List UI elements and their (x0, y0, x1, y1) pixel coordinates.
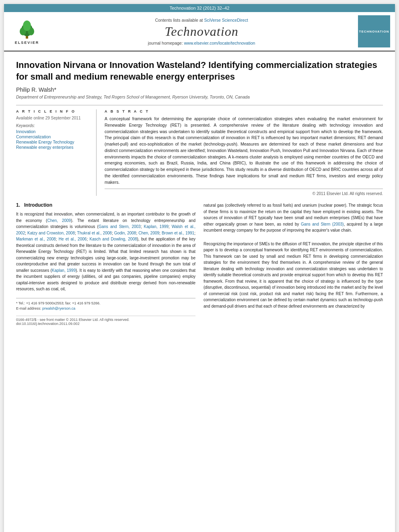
abstract-column: A B S T R A C T A conceptual framework f… (105, 109, 383, 196)
ref-chen-2009[interactable]: Chen, 2009 (47, 218, 71, 223)
elsevier-tree-icon (15, 18, 39, 41)
ref-chen2[interactable]: Chen, 2009 (138, 231, 159, 235)
ref-thukral[interactable]: Thukral et al., 2008 (77, 231, 112, 235)
journal-thumbnail: TECHNOVATION (358, 15, 390, 47)
ref-gans-stern[interactable]: Gans and Stern, 2003 (99, 224, 141, 229)
body-section: 1. Introduction It is recognized that in… (16, 202, 383, 326)
homepage-text: journal homepage: (148, 41, 184, 45)
intro-right-text-2: Recognizing the importance of SMEs to th… (204, 241, 383, 310)
journal-title: Technovation (45, 24, 358, 39)
intro-title: Introduction (24, 202, 52, 208)
keyword-1[interactable]: Innovation (16, 129, 90, 134)
intro-heading: 1. Introduction (16, 202, 195, 208)
journal-header: ELSEVIER Contents lists available at Sci… (4, 12, 395, 51)
elsevier-logo: ELSEVIER (9, 18, 45, 45)
email-label: E-mail address: (16, 306, 41, 310)
banner-text: Technovation 32 (2012) 32–42 (170, 6, 230, 10)
journal-homepage: journal homepage: www.elsevier.com/locat… (45, 41, 358, 45)
article-info-abstract-section: A R T I C L E I N F O Available online 2… (16, 105, 383, 196)
ref-markman[interactable]: Markman et al., 2008 (16, 237, 56, 241)
sciverse-link[interactable]: SciVerse ScienceDirect (204, 18, 248, 23)
affiliation: Department of Entrepreneurship and Strat… (16, 94, 383, 99)
article-info-column: A R T I C L E I N F O Available online 2… (16, 109, 97, 196)
ref-brown[interactable]: Brown et al., 1991 (162, 231, 194, 235)
author-name: Philip R. Walsh* (16, 86, 383, 93)
keyword-2[interactable]: Commercialization (16, 134, 90, 139)
keywords-label: Keywords: (16, 123, 90, 128)
found-text: found (138, 262, 148, 266)
ref-kaplan[interactable]: Kaplan, 1999 (144, 224, 169, 229)
intro-number: 1. (16, 202, 20, 208)
elsevier-label: ELSEVIER (15, 41, 39, 45)
intro-right-text: natural gas (collectively referred to as… (204, 202, 383, 234)
footnote-area: * Tel.: +1 416 979 5000x2553; fax: +1 41… (16, 298, 195, 312)
keyword-4[interactable]: Renewable energy enterprises (16, 145, 90, 150)
available-online: Available online 29 September 2011 (16, 116, 90, 120)
contents-available-line: Contents lists available at SciVerse Sci… (45, 18, 358, 23)
intro-left-text: It is recognized that innovation, when c… (16, 211, 195, 292)
author-name-text: Philip R. Walsh* (16, 86, 56, 93)
footnote-email: E-mail address: prwalsh@ryerson.ca (16, 306, 195, 312)
article-title: Innovation Nirvana or Innovation Wastela… (16, 60, 383, 82)
copyright: © 2011 Elsevier Ltd. All rights reserved… (105, 189, 383, 196)
footer-bar: 0166-4972/$ - see front matter © 2011 El… (16, 316, 195, 322)
contents-text: Contents lists available at (155, 18, 204, 23)
ref-gans-stern2[interactable]: Gans and Stern (2003) (301, 222, 344, 226)
email-link[interactable]: prwalsh@ryerson.ca (42, 306, 75, 310)
footer-issn: 0166-4972/$ - see front matter © 2011 El… (16, 318, 130, 322)
ref-he[interactable]: He et al., 2006 (59, 237, 87, 241)
ref-godin[interactable]: Godin, 2008 (114, 231, 136, 235)
article-info-heading: A R T I C L E I N F O (16, 109, 90, 113)
keyword-3[interactable]: Renewable Energy Technology (16, 140, 90, 144)
footnote-tel: * Tel.: +1 416 979 5000x2553; fax: +1 41… (16, 301, 195, 306)
ref-katzy[interactable]: Katzy and Crowston, 2008 (27, 231, 75, 235)
homepage-link[interactable]: www.elsevier.com/locate/technovation (184, 41, 255, 45)
body-right-col: natural gas (collectively referred to as… (204, 202, 383, 326)
body-left-col: 1. Introduction It is recognized that in… (16, 202, 195, 326)
svg-point-4 (23, 21, 31, 31)
journal-banner: Technovation 32 (2012) 32–42 (4, 4, 395, 12)
ref-kasch[interactable]: Kasch and Dowling, 2008 (89, 237, 137, 241)
abstract-text: A conceptual framework for determining t… (105, 116, 383, 185)
main-content: Innovation Nirvana or Innovation Wastela… (4, 51, 395, 334)
journal-center-header: Contents lists available at SciVerse Sci… (45, 18, 358, 45)
abstract-heading: A B S T R A C T (105, 109, 383, 113)
footer-doi: doi:10.1016/j.technovation.2011.09.002 (16, 322, 195, 326)
ref-kaplan2[interactable]: Kaplan, 1999 (52, 268, 76, 273)
